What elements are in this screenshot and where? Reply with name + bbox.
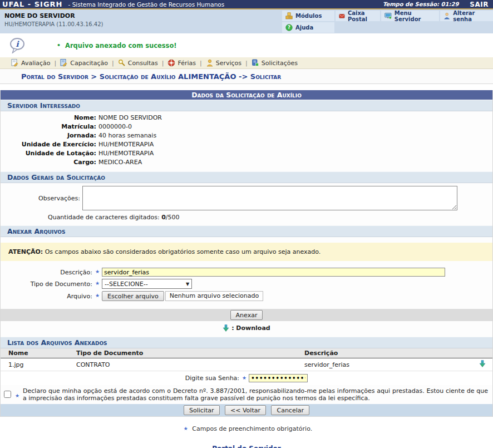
field-label: Jornada: [1, 131, 96, 140]
menu-label: Avaliação [21, 60, 51, 67]
attached-files-table: Nome Tipo de Documento Descrição 1.jpg C… [1, 348, 492, 371]
menu-separator: | [245, 60, 248, 67]
portal-servidor-link[interactable]: Portal do Servidor [212, 445, 280, 448]
menu-label: Consultas [128, 60, 158, 67]
app-brand: UFAL - SIGRH [2, 0, 63, 8]
portal-link-wrap: Portal do Servidor [0, 445, 493, 448]
declaration-checkbox[interactable] [4, 391, 11, 398]
field-label: Unidade de Lotação: [1, 149, 96, 158]
tipo-documento-select[interactable]: --SELECIONE-- ▼ [102, 279, 192, 289]
descricao-input[interactable] [102, 268, 445, 277]
section-header-anexar: Anexar Arquivos [1, 225, 492, 237]
attention-notice: ATENÇÃO: Os campos abaixo são considerad… [1, 243, 492, 261]
file-status: Nenhum arquivo selecionado [165, 291, 264, 301]
anexar-strip: Anexar [1, 309, 492, 321]
person-icon [206, 59, 214, 67]
declaration-text: Declaro que minha opção está de acordo c… [22, 387, 488, 402]
password-row: Digite sua Senha: ★ [1, 371, 492, 385]
field-value: MEDICO-AREA [96, 158, 142, 167]
lifebuoy-icon [167, 59, 175, 67]
action-buttons-bar: Solicitar << Voltar Cancelar [1, 404, 492, 416]
column-header-nome: Nome [1, 348, 74, 358]
notebook-icon [60, 59, 68, 67]
charcount-label: Quantidade de caracteres digitados: [48, 214, 161, 221]
message-area: i • Arquivo anexado com sucesso! [0, 33, 493, 57]
change-password-button[interactable]: Alterar senha [440, 11, 493, 21]
document-box-icon [252, 59, 259, 67]
download-icon [223, 324, 229, 332]
tipo-documento-row: Tipo de Documento: ★ --SELECIONE-- ▼ [1, 279, 492, 289]
info-row-matricula: Matrícula: 0000000-0 [1, 122, 492, 131]
user-name: NOME DO SERVIDOR [4, 12, 75, 19]
password-input[interactable] [249, 374, 308, 382]
field-value: HU/HEMOTERAPIA [96, 149, 154, 158]
field-value: NOME DO SERVIDOR [96, 114, 162, 122]
modules-label: Módulos [295, 13, 322, 19]
required-star-icon: ★ [242, 375, 247, 381]
field-label: Matrícula: [1, 122, 96, 131]
user-buttons: Módulos Caixa Postal Menu Servidor Alter… [282, 11, 493, 33]
tipo-documento-value: --SELECIONE-- [105, 280, 148, 288]
help-button[interactable]: ? Ajuda [282, 22, 334, 33]
chevron-down-icon: ▼ [186, 282, 189, 287]
modules-button[interactable]: Módulos [282, 11, 334, 21]
arquivo-row: Arquivo: ★ Escolher arquivo Nenhum arqui… [1, 291, 492, 301]
observacoes-label: Observações: [1, 186, 80, 210]
breadcrumb: Portal do Servidor > Solicitação de Auxí… [0, 69, 493, 84]
request-form: Dados da Solicitação de Auxílio Servidor… [0, 90, 493, 417]
field-value: 0000000-0 [96, 122, 132, 131]
menu-item-avaliacao[interactable]: Avaliação [11, 59, 51, 67]
required-star-icon: ★ [95, 280, 100, 286]
menu-label: Solicitações [262, 60, 298, 67]
charcount-value: 0 [161, 214, 166, 221]
help-label: Ajuda [295, 24, 313, 31]
table-row: 1.jpg CONTRATO servidor_ferias [1, 358, 492, 371]
required-star-icon: ★ [15, 393, 19, 398]
voltar-button[interactable]: << Voltar [225, 405, 266, 415]
top-bar: UFAL - SIGRH - Sistema Integrado de Gest… [0, 0, 493, 9]
mailbox-button[interactable]: Caixa Postal [336, 11, 380, 21]
section-header-servidor: Servidor Interessado [1, 100, 492, 111]
solicitar-button[interactable]: Solicitar [184, 405, 220, 415]
menu-item-solicitacoes[interactable]: Solicitações [252, 59, 298, 67]
message-bullet: • [57, 42, 61, 49]
cancelar-button[interactable]: Cancelar [271, 405, 309, 415]
form-title: Dados da Solicitação de Auxílio [1, 90, 492, 100]
charcount: Quantidade de caracteres digitados: 0/50… [48, 214, 492, 221]
arquivo-label: Arquivo: [1, 293, 92, 300]
svg-text:?: ? [288, 24, 290, 30]
menu-item-consultas[interactable]: Consultas [118, 59, 158, 67]
menu-servidor-button[interactable]: Menu Servidor [381, 11, 439, 21]
password-label: Digite sua Senha: [185, 375, 239, 382]
column-header-tipo: Tipo de Documento [74, 348, 302, 358]
observacoes-textarea[interactable] [82, 186, 457, 210]
menu-item-capacitacao[interactable]: Capacitação [60, 59, 108, 67]
user-bar: NOME DO SERVIDOR HU/HEMOTERAPIA (11.00.4… [0, 9, 493, 33]
tipo-documento-label: Tipo de Documento: [1, 280, 92, 288]
required-fields-note: ★ Campos de preenchimento obrigatório. [0, 425, 493, 432]
required-star-icon: ★ [95, 293, 100, 298]
info-row-cargo: Cargo: MEDICO-AREA [1, 158, 492, 167]
section-header-dados-gerais: Dados Gerais da Solicitação [1, 171, 492, 183]
menu-separator: | [200, 60, 202, 67]
section-header-lista: Lista dos Arquivos Anexados [1, 337, 492, 348]
main-menu: Avaliação | Capacitação | Consultas | Fé… [0, 57, 493, 69]
choose-file-button[interactable]: Escolher arquivo [102, 291, 164, 301]
required-star-icon: ★ [184, 426, 188, 431]
field-label: Cargo: [1, 158, 96, 167]
menu-item-servicos[interactable]: Serviços [206, 59, 241, 67]
menu-label: Serviços [216, 60, 241, 67]
download-file-icon[interactable] [479, 360, 486, 367]
field-label: Unidade de Exercício: [1, 140, 96, 149]
download-legend: : Download [1, 321, 492, 337]
menu-item-ferias[interactable]: Férias [167, 59, 196, 67]
required-star-icon: ★ [95, 269, 100, 274]
menu-separator: | [162, 60, 164, 67]
modules-icon [285, 12, 293, 19]
logout-button[interactable]: SAIR [470, 1, 489, 8]
anexar-button[interactable]: Anexar [230, 310, 263, 320]
menu-separator: | [55, 60, 57, 67]
declaration-row: ★ Declaro que minha opção está de acordo… [1, 385, 492, 404]
attach-fields: Descrição: ★ Tipo de Documento: ★ --SELE… [1, 261, 492, 304]
table-header-row: Nome Tipo de Documento Descrição [1, 348, 492, 358]
